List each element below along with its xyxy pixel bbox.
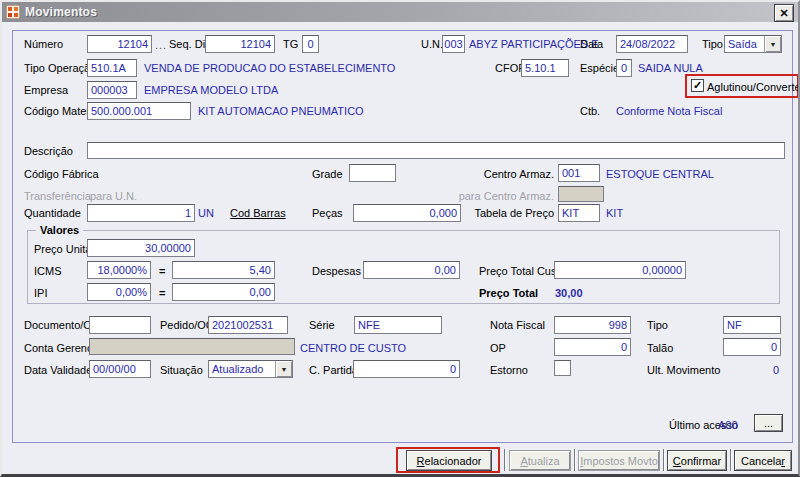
especie-field[interactable]: 0 — [616, 59, 632, 77]
impostos-movto-button: Impostos Movto — [578, 450, 660, 471]
numero-label: Número — [24, 38, 63, 50]
aglutinou-checkbox[interactable]: ✓ — [691, 79, 704, 92]
icms-equals: = — [159, 265, 165, 277]
valores-group-label: Valores — [36, 224, 83, 236]
confirmar-button[interactable]: Confirmar — [667, 450, 727, 471]
icms-pct-field[interactable]: 18,0000% — [87, 261, 151, 279]
pedido-field[interactable]: 2021002531 — [208, 316, 288, 334]
pecas-field[interactable]: 0,000 — [353, 204, 461, 222]
cancelar-button-label: Cancela — [741, 455, 781, 467]
serie-field[interactable]: NFE — [354, 316, 442, 334]
numero-field[interactable]: 12104 — [87, 35, 152, 53]
tabela-preco-label: Tabela de Preço — [447, 207, 554, 219]
movimentos-window: Movimentos ✕ Número 12104 ... Seq. Dia 1… — [0, 0, 800, 477]
talao-label: Talão — [647, 342, 673, 354]
pecas-label: Peças — [312, 207, 343, 219]
close-icon[interactable]: ✕ — [774, 4, 794, 22]
data-field[interactable]: 24/08/2022 — [616, 35, 688, 53]
impostos-button-label: mpostos Movto — [583, 455, 658, 467]
para-centro-field — [558, 186, 604, 202]
despesas-label: Despesas — [312, 265, 361, 277]
tipo-select-value: Saída — [728, 38, 757, 50]
tipo-nf-label: Tipo — [647, 319, 668, 331]
talao-field[interactable]: 0 — [723, 338, 781, 356]
para-centro-label: para Centro Armaz. — [432, 190, 554, 202]
grade-field[interactable] — [349, 164, 396, 182]
relacionador-button-label: elacionador — [425, 455, 482, 467]
grade-label: Grade — [312, 168, 343, 180]
ipi-valor-field[interactable]: 0,00 — [172, 283, 275, 301]
serie-label: Série — [309, 319, 335, 331]
chevron-down-icon[interactable] — [764, 36, 781, 52]
ult-movimento-value: 0 — [742, 364, 779, 376]
atualiza-button-label: tualiza — [528, 455, 560, 467]
window-title: Movimentos — [25, 5, 97, 19]
cod-material-desc: KIT AUTOMACAO PNEUMATICO — [198, 105, 364, 117]
tabela-preco-field[interactable]: KIT — [558, 204, 600, 222]
cfop-field[interactable]: 5.10.1 — [521, 59, 569, 77]
c-partida-field[interactable]: 0 — [353, 360, 460, 378]
ipi-pct-field[interactable]: 0,00% — [87, 283, 151, 301]
centro-custo-text: CENTRO DE CUSTO — [300, 342, 406, 354]
pedido-label: Pedido/OC — [160, 319, 214, 331]
tipo-operacao-label: Tipo Operação — [24, 62, 96, 74]
descricao-label: Descrição — [24, 145, 73, 157]
empresa-field[interactable]: 000003 — [87, 81, 137, 99]
situacao-label: Situação — [160, 364, 203, 376]
descricao-field[interactable] — [87, 142, 785, 159]
situacao-select-value: Atualizado — [212, 363, 263, 375]
tipo-select[interactable]: Saída — [724, 35, 782, 53]
seq-dia-field[interactable]: 12104 — [205, 35, 275, 53]
preco-total-custo-field[interactable]: 0,00000 — [554, 261, 686, 279]
relacionador-button[interactable]: Relacionador — [406, 450, 492, 471]
c-partida-label: C. Partida — [309, 364, 358, 376]
button-separator — [730, 449, 731, 471]
tipo-label: Tipo — [702, 38, 723, 50]
especie-desc: SAIDA NULA — [638, 62, 703, 74]
cancelar-button-mnemonic: r — [781, 455, 785, 467]
data-label: Data — [580, 38, 603, 50]
app-icon — [6, 5, 20, 19]
ultimo-acesso-more-button[interactable]: ... — [754, 414, 783, 432]
cod-material-field[interactable]: 500.000.001 — [87, 102, 191, 120]
nota-fiscal-field[interactable]: 998 — [554, 316, 631, 334]
atualiza-button: Atualiza — [509, 450, 571, 471]
title-bar: Movimentos ✕ — [2, 2, 798, 22]
numero-lookup-icon[interactable]: ... — [155, 39, 167, 51]
cancelar-button[interactable]: Cancelar — [734, 450, 792, 471]
unidade-text: UN — [198, 207, 214, 219]
transferencia-label: Transferência — [24, 190, 91, 202]
chevron-down-icon[interactable] — [275, 361, 292, 377]
cod-barras-link[interactable]: Cod Barras — [230, 207, 286, 219]
para-un-label: para U.N. — [90, 190, 137, 202]
tabela-preco-desc: KIT — [606, 207, 623, 219]
ipi-label: IPI — [34, 287, 47, 299]
tipo-nf-field[interactable]: NF — [723, 316, 781, 334]
especie-label: Espécie — [580, 62, 619, 74]
tg-field[interactable]: 0 — [302, 35, 319, 53]
empresa-label: Empresa — [24, 84, 68, 96]
data-validade-field[interactable]: 00/00/00 — [89, 360, 151, 378]
icms-label: ICMS — [34, 265, 62, 277]
op-label: OP — [490, 342, 506, 354]
confirmar-button-mnemonic: C — [673, 455, 681, 467]
preco-total-custo-label: Preço Total Custo — [479, 265, 566, 277]
un-field[interactable]: 003 — [442, 35, 465, 53]
centro-armaz-field[interactable]: 001 — [558, 164, 600, 182]
button-separator — [504, 449, 505, 471]
centro-armaz-label: Centro Armaz. — [457, 168, 554, 180]
preco-total-label: Preço Total — [479, 287, 538, 299]
icms-valor-field[interactable]: 5,40 — [172, 261, 275, 279]
quantidade-label: Quantidade — [24, 207, 81, 219]
op-field[interactable]: 0 — [554, 338, 631, 356]
quantidade-field[interactable]: 1 — [87, 204, 195, 222]
ctb-value: Conforme Nota Fiscal — [616, 105, 722, 117]
despesas-field[interactable]: 0,00 — [363, 261, 460, 279]
situacao-select[interactable]: Atualizado — [208, 360, 293, 378]
preco-unitario-field[interactable]: 30,00000 — [87, 239, 195, 257]
tipo-operacao-field[interactable]: 510.1A — [87, 59, 137, 77]
atualiza-button-mnemonic: A — [520, 455, 527, 467]
estorno-checkbox[interactable] — [554, 360, 571, 376]
ultimo-acesso-value: A00 — [718, 419, 738, 431]
documento-field[interactable] — [89, 316, 151, 334]
